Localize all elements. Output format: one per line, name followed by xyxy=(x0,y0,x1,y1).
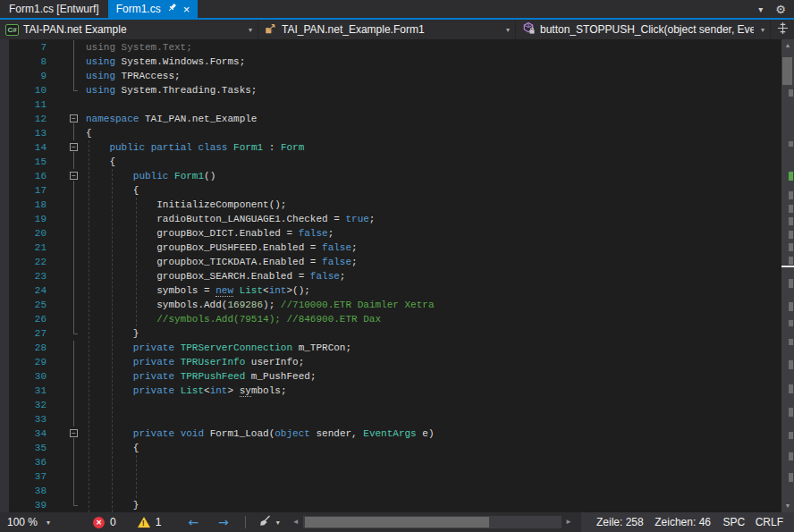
code-line[interactable]: 28 private TPRServerConnection m_TPRCon; xyxy=(0,341,781,355)
scroll-left-icon[interactable]: ◄ xyxy=(292,512,300,532)
code-editor[interactable]: 7using System.Text;8using System.Windows… xyxy=(0,39,794,512)
code-text: { xyxy=(86,126,781,140)
gear-icon[interactable]: ⚙ xyxy=(775,3,786,16)
line-number: 35 xyxy=(9,441,46,455)
fold-guide xyxy=(46,241,86,255)
split-window-icon xyxy=(777,21,789,38)
code-line[interactable]: 38 xyxy=(0,484,781,498)
code-line[interactable]: 21 groupBox_PUSHFEED.Enabled = false; xyxy=(0,241,781,255)
code-line[interactable]: 13{ xyxy=(0,126,781,140)
fold-guide xyxy=(46,69,86,83)
tab-form1-code[interactable]: Form1.cs × xyxy=(108,0,198,18)
code-line[interactable]: 37 xyxy=(0,469,781,484)
code-line[interactable]: 39 } xyxy=(0,498,781,512)
code-line[interactable]: 9using TPRAccess; xyxy=(0,69,781,83)
scrollbar-mark xyxy=(789,191,793,199)
code-text: { xyxy=(86,155,781,169)
scrollbar-mark xyxy=(789,89,793,97)
line-ending-indicator[interactable]: CRLF xyxy=(756,516,783,528)
code-line[interactable]: 19 radioButton_LANGUAGE1.Checked = true; xyxy=(0,212,781,226)
code-line[interactable]: 34− private void Form1_Load(object sende… xyxy=(0,426,781,441)
line-number: 16 xyxy=(9,169,46,183)
code-line[interactable]: 35 { xyxy=(0,441,781,455)
code-line[interactable]: 23 groupBox_SEARCH.Enabled = false; xyxy=(0,269,781,283)
scrollbar-mark xyxy=(789,231,793,239)
code-line[interactable]: 27 } xyxy=(0,326,781,341)
fold-guide xyxy=(46,183,86,198)
scrollbar-mark xyxy=(789,408,793,417)
scrollbar-mark xyxy=(789,279,793,288)
warning-count[interactable]: ! 1 xyxy=(138,516,162,528)
vertical-scrollbar[interactable]: ▲ ▼ xyxy=(781,39,794,512)
code-line[interactable]: 11 xyxy=(0,97,781,112)
code-text: groupBox_SEARCH.Enabled = false; xyxy=(86,269,781,283)
horizontal-scrollbar[interactable]: ◄ ► xyxy=(292,512,572,532)
code-text xyxy=(86,469,781,484)
code-line[interactable]: 25 symbols.Add(169286); //710000.ETR Dai… xyxy=(0,298,781,312)
code-line[interactable]: 12−namespace TAI_PAN.net_Example xyxy=(0,112,781,126)
split-editor-button[interactable] xyxy=(771,20,794,39)
error-count[interactable]: ✕ 0 xyxy=(93,516,116,528)
scrollbar-mark xyxy=(789,302,793,311)
project-dropdown-label: TAI-PAN.net Example xyxy=(23,23,127,36)
code-line[interactable]: 26 //symbols.Add(79514); //846900.ETR Da… xyxy=(0,312,781,326)
code-text: groupbox_TICKDATA.Enabled = false; xyxy=(86,255,781,269)
code-line[interactable]: 20 groupBox_DICT.Enabled = false; xyxy=(0,226,781,241)
line-number: 24 xyxy=(9,283,46,298)
code-line[interactable]: 17 { xyxy=(0,183,781,198)
code-line[interactable]: 18 InitializeComponent(); xyxy=(0,198,781,212)
scrollbar-thumb[interactable] xyxy=(305,517,489,528)
line-number: 32 xyxy=(9,398,46,412)
fold-collapse-button[interactable]: − xyxy=(46,112,86,126)
code-line[interactable]: 32 xyxy=(0,398,781,412)
scroll-right-icon[interactable]: ► xyxy=(565,512,572,532)
line-number: 30 xyxy=(9,369,46,384)
close-icon[interactable]: × xyxy=(183,4,190,15)
code-line[interactable]: 33 xyxy=(0,412,781,426)
scroll-down-icon[interactable]: ▼ xyxy=(781,502,794,511)
line-number: 27 xyxy=(9,326,46,341)
code-line[interactable]: 22 groupbox_TICKDATA.Enabled = false; xyxy=(0,255,781,269)
code-line[interactable]: 15 { xyxy=(0,155,781,169)
pin-icon[interactable] xyxy=(167,3,177,15)
chevron-down-icon[interactable]: ▾ xyxy=(758,4,763,14)
member-dropdown[interactable]: button_STOPPUSH_Click(object sender, Eve… xyxy=(516,20,771,39)
code-text: using System.Threading.Tasks; xyxy=(86,83,781,97)
type-dropdown[interactable]: TAI_PAN.net_Example.Form1 ▾ xyxy=(258,20,516,39)
code-line[interactable]: 24 symbols = new List<int>(); xyxy=(0,283,781,298)
code-line[interactable]: 16− public Form1() xyxy=(0,169,781,183)
code-line[interactable]: 8using System.Windows.Forms; xyxy=(0,55,781,69)
code-line[interactable]: 7using System.Text; xyxy=(0,40,781,55)
code-line[interactable]: 29 private TPRUserInfo userInfo; xyxy=(0,355,781,369)
code-line[interactable]: 30 private TPRPushFeed m_PushFeed; xyxy=(0,369,781,384)
scroll-up-icon[interactable]: ▲ xyxy=(781,41,794,50)
fold-guide xyxy=(46,412,86,426)
zoom-level: 100 % xyxy=(7,516,38,528)
insert-mode-indicator[interactable]: SPC xyxy=(722,516,755,528)
code-text xyxy=(86,412,781,426)
project-dropdown[interactable]: C# TAI-PAN.net Example ▾ xyxy=(0,20,258,39)
editor-status-bar: 100 % ▾ ✕ 0 ! 1 ← → ▾ ◄ ► Zeile: 258 xyxy=(0,512,794,532)
scrollbar-mark xyxy=(789,339,793,345)
code-text: radioButton_LANGUAGE1.Checked = true; xyxy=(86,212,781,226)
scrollbar-mark xyxy=(789,473,793,482)
document-tabstrip: Form1.cs [Entwurf] Form1.cs × ▾ ⚙ xyxy=(0,0,794,20)
fold-guide xyxy=(46,155,86,169)
fold-guide xyxy=(46,384,86,398)
code-line[interactable]: 14− public partial class Form1 : Form xyxy=(0,140,781,155)
code-line[interactable]: 10using System.Threading.Tasks; xyxy=(0,83,781,97)
zoom-dropdown[interactable]: 100 % ▾ xyxy=(0,516,79,528)
navigate-back-button[interactable]: ← xyxy=(188,515,198,529)
fold-collapse-button[interactable]: − xyxy=(46,140,86,155)
navigate-forward-button[interactable]: → xyxy=(218,515,229,529)
scrollbar-thumb[interactable] xyxy=(782,57,792,85)
code-text: namespace TAI_PAN.net_Example xyxy=(86,112,781,126)
tab-form1-designer[interactable]: Form1.cs [Entwurf] xyxy=(0,0,108,18)
code-cleanup-button[interactable]: ▾ xyxy=(258,515,280,529)
scrollbar-track[interactable] xyxy=(303,516,562,528)
code-line[interactable]: 31 private List<int> symbols; xyxy=(0,384,781,398)
code-line[interactable]: 36 xyxy=(0,455,781,469)
fold-guide xyxy=(46,97,86,112)
fold-collapse-button[interactable]: − xyxy=(46,426,86,441)
fold-collapse-button[interactable]: − xyxy=(46,169,86,183)
